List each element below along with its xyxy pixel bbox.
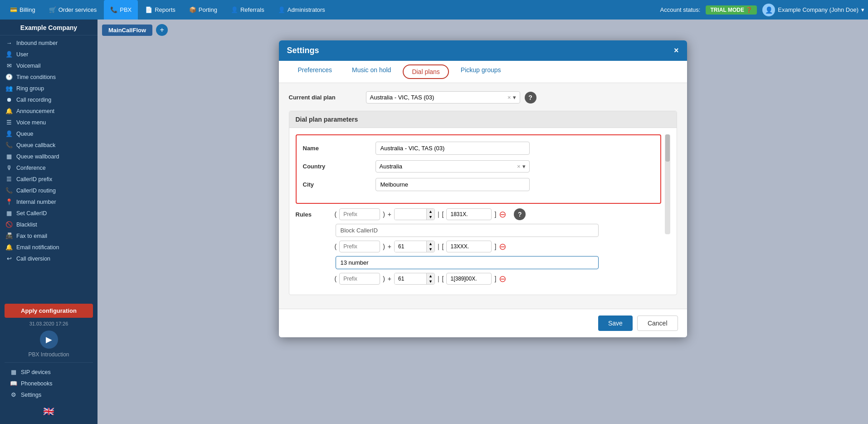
rule-0-name-input[interactable] — [336, 224, 599, 237]
sidebar-item-queue-callback[interactable]: 📞 Queue callback — [0, 139, 98, 151]
account-status-label: Account status: — [660, 6, 701, 13]
sidebar-item-user[interactable]: 👤 User — [0, 49, 98, 60]
country-value: Australia — [380, 163, 517, 170]
sidebar-item-inbound-number[interactable]: → Inbound number — [0, 37, 98, 49]
nav-tab-billing[interactable]: 💳 Billing — [4, 0, 42, 20]
cancel-button[interactable]: Cancel — [637, 316, 678, 331]
rule-1-remove-button[interactable]: ⊖ — [499, 241, 507, 252]
sidebar-item-announcement[interactable]: 🔔 Announcement — [0, 105, 98, 117]
sidebar-item-call-diversion[interactable]: ↩ Call diversion — [0, 253, 98, 264]
rule-0-prepend-input[interactable] — [395, 209, 426, 220]
dial-plan-dropdown-arrow[interactable]: ▾ — [513, 94, 516, 101]
country-dropdown-arrow[interactable]: ▾ — [522, 163, 526, 170]
scrollbar[interactable] — [665, 134, 670, 234]
trial-mode-badge[interactable]: TRIAL MODE ❓ — [706, 5, 757, 15]
params-body: Name Country Australia × ▾ — [289, 128, 677, 295]
administrators-icon: 👤 — [278, 6, 285, 13]
callerid-routing-icon: 📞 — [5, 187, 13, 194]
apply-configuration-button[interactable]: Apply configuration — [5, 304, 93, 318]
sidebar-item-set-callerid[interactable]: ▦ Set CallerID — [0, 207, 98, 219]
phonebooks-icon: 📖 — [10, 380, 17, 387]
name-row: Name — [303, 142, 654, 155]
sidebar-item-settings[interactable]: ⚙ Settings — [5, 389, 93, 400]
email-notification-icon: 🔔 — [5, 244, 13, 251]
sidebar-item-voicemail[interactable]: ✉ Voicemail — [0, 60, 98, 71]
rules-help-icon[interactable]: ? — [514, 208, 526, 220]
sidebar-item-call-recording[interactable]: ⏺ Call recording — [0, 94, 98, 105]
nav-tab-order-services[interactable]: 🛒 Order services — [43, 0, 103, 20]
city-row: City — [303, 178, 654, 191]
account-user[interactable]: 👤 Example Company (John Doe) ▾ — [762, 4, 864, 16]
sidebar-item-ring-group[interactable]: 👥 Ring group — [0, 83, 98, 94]
rule-0-pattern-input[interactable] — [446, 208, 492, 220]
rule-2-pattern-input[interactable] — [446, 273, 492, 285]
params-section-header: Dial plan parameters — [289, 111, 677, 128]
sidebar-item-fax-to-email[interactable]: 📠 Fax to email — [0, 230, 98, 242]
tab-preferences[interactable]: Preferences — [288, 61, 342, 83]
avatar: 👤 — [762, 4, 775, 16]
rule-0-remove-button[interactable]: ⊖ — [499, 209, 507, 220]
dial-plan-help-icon[interactable]: ? — [525, 92, 536, 104]
nav-tab-administrators[interactable]: 👤 Administrators — [272, 0, 332, 20]
sidebar-item-callerid-prefix[interactable]: ☰ CallerID prefix — [0, 173, 98, 185]
sidebar-item-sip-devices[interactable]: ▦ SIP devices — [5, 366, 93, 378]
sidebar-item-voice-menu[interactable]: ☰ Voice menu — [0, 117, 98, 128]
rule-2-prefix-input[interactable] — [339, 273, 380, 285]
sidebar-item-blacklist[interactable]: 🚫 Blacklist — [0, 219, 98, 230]
sidebar-item-internal-number[interactable]: 📍 Internal number — [0, 196, 98, 207]
rule-2-prepend[interactable]: ▲ ▼ — [394, 273, 435, 285]
current-dial-plan-select[interactable]: Australia - VIC, TAS (03) × ▾ — [366, 91, 520, 104]
rule-1-spinner-up[interactable]: ▲ — [427, 241, 434, 247]
params-with-scrollbar: Name Country Australia × ▾ — [296, 134, 670, 288]
rule-1-name-input[interactable] — [336, 256, 599, 269]
sidebar-company: Example Company — [0, 20, 98, 35]
rule-0-prepend[interactable]: ▲ ▼ — [394, 208, 435, 220]
sidebar-item-time-conditions[interactable]: 🕐 Time conditions — [0, 71, 98, 83]
sidebar: Example Company → Inbound number 👤 User … — [0, 20, 98, 424]
breadcrumb-main-callflow[interactable]: MainCallFlow — [102, 25, 152, 36]
ring-group-icon: 👥 — [5, 85, 13, 92]
rule-0-prefix-input[interactable] — [339, 208, 380, 220]
nav-tab-reports[interactable]: 📄 Reports — [139, 0, 182, 20]
pbx-intro-label: PBX Introduction — [5, 351, 93, 360]
rule-2-spinner-up[interactable]: ▲ — [427, 273, 434, 279]
rule-1-pattern-input[interactable] — [446, 241, 492, 252]
sidebar-item-phonebooks[interactable]: 📖 Phonebooks — [5, 378, 93, 389]
breadcrumb-add-button[interactable]: + — [156, 24, 168, 36]
rule-0-spinner-down[interactable]: ▼ — [427, 214, 434, 220]
city-input[interactable] — [375, 178, 530, 191]
rule-2-prepend-input[interactable] — [395, 273, 426, 284]
user-label: Example Company (John Doe) — [778, 6, 858, 13]
name-input[interactable] — [375, 142, 530, 155]
clear-dial-plan-button[interactable]: × — [507, 94, 511, 101]
sidebar-bottom-items: ▦ SIP devices 📖 Phonebooks ⚙ Settings — [5, 365, 93, 402]
sidebar-item-callerid-routing[interactable]: 📞 CallerID routing — [0, 185, 98, 196]
referrals-icon: 👤 — [231, 6, 238, 13]
rule-0-spinner-up[interactable]: ▲ — [427, 209, 434, 214]
clear-country-button[interactable]: × — [517, 163, 521, 170]
conference-icon: 🎙 — [5, 164, 13, 171]
tab-pickup-groups[interactable]: Pickup groups — [451, 61, 511, 83]
rule-1-spinner-down[interactable]: ▼ — [427, 247, 434, 252]
sidebar-item-conference[interactable]: 🎙 Conference — [0, 162, 98, 173]
modal-close-button[interactable]: × — [674, 46, 679, 55]
country-select[interactable]: Australia × ▾ — [375, 160, 530, 173]
name-label: Name — [303, 145, 375, 152]
nav-tab-pbx[interactable]: 📞 PBX — [104, 0, 138, 20]
rule-1-prefix-input[interactable] — [339, 241, 380, 252]
sidebar-item-email-notification[interactable]: 🔔 Email notification — [0, 242, 98, 253]
save-button[interactable]: Save — [598, 316, 633, 331]
rule-2-spinner-down[interactable]: ▼ — [427, 279, 434, 284]
rules-row-2: ( ) + ▲ ▼ — [296, 273, 661, 285]
nav-tab-porting[interactable]: 📦 Porting — [183, 0, 224, 20]
tab-music-on-hold[interactable]: Music on hold — [342, 61, 401, 83]
sidebar-item-queue[interactable]: 👤 Queue — [0, 128, 98, 139]
chevron-down-icon: ▾ — [861, 6, 864, 13]
play-button[interactable]: ▶ — [40, 330, 58, 349]
rule-2-remove-button[interactable]: ⊖ — [499, 273, 507, 284]
tab-dial-plans[interactable]: Dial plans — [403, 64, 449, 79]
nav-tab-referrals[interactable]: 👤 Referrals — [224, 0, 271, 20]
sidebar-item-queue-wallboard[interactable]: ▦ Queue wallboard — [0, 151, 98, 162]
rule-1-prepend-input[interactable] — [395, 241, 426, 252]
rule-1-prepend[interactable]: ▲ ▼ — [394, 241, 435, 252]
